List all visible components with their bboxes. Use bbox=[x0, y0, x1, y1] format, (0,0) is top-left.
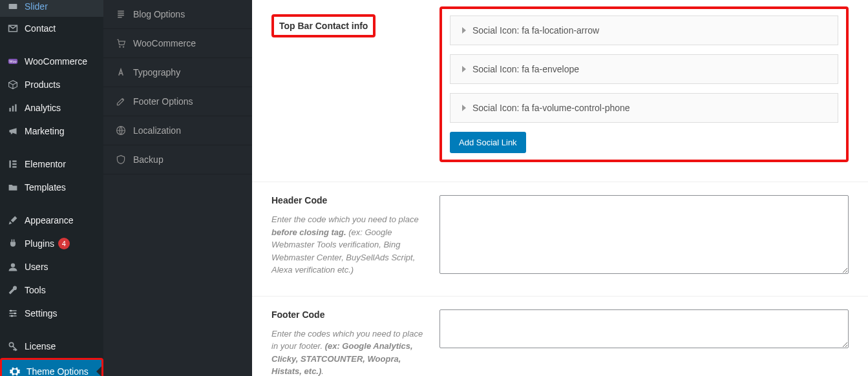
sidebar-item-elementor[interactable]: Elementor bbox=[0, 152, 103, 176]
woocommerce-icon: Woo bbox=[6, 55, 19, 68]
envelope-icon bbox=[6, 22, 19, 35]
wrench-icon bbox=[6, 284, 19, 297]
svg-rect-7 bbox=[12, 160, 16, 162]
svg-rect-5 bbox=[15, 104, 16, 111]
slider-icon bbox=[6, 0, 19, 13]
chevron-right-icon bbox=[462, 66, 466, 72]
social-item-phone[interactable]: Social Icon: fa fa-volume-control-phone bbox=[450, 93, 838, 123]
secondary-item-label: WooCommerce bbox=[133, 38, 196, 48]
sidebar-item-label: Appearance bbox=[25, 215, 74, 225]
add-social-link-button[interactable]: Add Social Link bbox=[450, 132, 526, 153]
footer-code-textarea[interactable] bbox=[439, 309, 849, 348]
secondary-item-label: Localization bbox=[133, 125, 181, 136]
svg-text:Woo: Woo bbox=[9, 59, 16, 63]
edit-icon bbox=[115, 96, 127, 107]
svg-point-10 bbox=[11, 263, 15, 267]
megaphone-icon bbox=[6, 125, 19, 138]
social-item-label: Social Icon: fa fa-location-arrow bbox=[472, 25, 599, 36]
svg-point-11 bbox=[10, 309, 12, 311]
sidebar-item-products[interactable]: Products bbox=[0, 73, 103, 96]
sidebar-item-analytics[interactable]: Analytics bbox=[0, 96, 103, 120]
sidebar-item-label: License bbox=[25, 341, 56, 351]
svg-point-16 bbox=[119, 46, 120, 47]
sidebar-item-contact[interactable]: Contact bbox=[0, 17, 103, 40]
secondary-item-label: Footer Options bbox=[133, 96, 193, 107]
footer-code-desc: Enter the codes which you need to place … bbox=[271, 328, 427, 377]
sidebar-item-label: Plugins bbox=[25, 238, 54, 249]
sidebar-item-label: WooCommerce bbox=[25, 56, 87, 67]
footer-code-title: Footer Code bbox=[271, 309, 427, 320]
sidebar-item-label: Analytics bbox=[25, 103, 61, 113]
sidebar-item-label: Products bbox=[25, 79, 60, 90]
sidebar-item-settings[interactable]: Settings bbox=[0, 302, 103, 325]
svg-rect-6 bbox=[9, 160, 10, 167]
svg-point-13 bbox=[11, 315, 13, 317]
active-arrow-icon bbox=[91, 366, 101, 376]
sidebar-item-marketing[interactable]: Marketing bbox=[0, 120, 103, 143]
svg-point-12 bbox=[14, 312, 16, 314]
svg-rect-4 bbox=[12, 106, 14, 112]
sidebar-item-label: Settings bbox=[25, 308, 58, 319]
secondary-item-localization[interactable]: Localization bbox=[103, 116, 252, 145]
wp-admin-sidebar: Slider Contact Woo WooCommerce Products … bbox=[0, 0, 103, 376]
list-icon bbox=[115, 9, 127, 19]
chevron-right-icon bbox=[462, 105, 466, 111]
svg-rect-3 bbox=[9, 108, 10, 112]
sidebar-item-label: Tools bbox=[25, 285, 46, 295]
sidebar-item-users[interactable]: Users bbox=[0, 255, 103, 278]
secondary-item-blog-options[interactable]: Blog Options bbox=[103, 0, 252, 29]
header-code-title: Header Code bbox=[271, 195, 427, 205]
sidebar-item-plugins[interactable]: Plugins 4 bbox=[0, 232, 103, 255]
sidebar-item-tools[interactable]: Tools bbox=[0, 278, 103, 302]
social-item-label: Social Icon: fa fa-envelope bbox=[472, 64, 579, 74]
social-item-location[interactable]: Social Icon: fa fa-location-arrow bbox=[450, 16, 838, 45]
secondary-item-footer-options[interactable]: Footer Options bbox=[103, 87, 252, 116]
plugins-update-badge: 4 bbox=[58, 238, 70, 249]
sidebar-item-slider[interactable]: Slider bbox=[0, 0, 103, 17]
topbar-contact-label: Top Bar Contact info bbox=[271, 14, 376, 37]
sidebar-item-theme-options[interactable]: Theme Options bbox=[0, 358, 103, 376]
secondary-item-label: Backup bbox=[133, 154, 164, 165]
key-icon bbox=[6, 340, 19, 353]
user-icon bbox=[6, 260, 19, 273]
social-item-label: Social Icon: fa fa-volume-control-phone bbox=[472, 103, 630, 113]
sidebar-item-license[interactable]: License bbox=[0, 335, 103, 358]
secondary-item-label: Typography bbox=[133, 67, 180, 78]
social-links-panel: Social Icon: fa fa-location-arrow Social… bbox=[439, 6, 849, 162]
svg-point-14 bbox=[9, 342, 13, 346]
sidebar-item-label: Elementor bbox=[25, 159, 66, 169]
theme-options-sidebar: Blog Options WooCommerce Typography Foot… bbox=[103, 0, 252, 376]
sidebar-item-label: Templates bbox=[25, 182, 66, 193]
sidebar-item-templates[interactable]: Templates bbox=[0, 176, 103, 199]
social-item-envelope[interactable]: Social Icon: fa fa-envelope bbox=[450, 54, 838, 84]
chevron-right-icon bbox=[462, 27, 466, 34]
sidebar-item-label: Marketing bbox=[25, 126, 64, 136]
sidebar-item-label: Users bbox=[25, 262, 48, 272]
plug-icon bbox=[6, 237, 19, 250]
box-icon bbox=[6, 78, 19, 91]
svg-rect-8 bbox=[12, 163, 16, 165]
secondary-item-typography[interactable]: Typography bbox=[103, 58, 252, 87]
sliders-icon bbox=[6, 307, 19, 320]
svg-rect-9 bbox=[12, 166, 16, 167]
header-code-desc: Enter the code which you need to place b… bbox=[271, 213, 427, 277]
secondary-item-label: Blog Options bbox=[133, 9, 185, 19]
sidebar-item-label: Theme Options bbox=[26, 366, 89, 376]
secondary-item-woocommerce[interactable]: WooCommerce bbox=[103, 29, 252, 58]
secondary-item-backup[interactable]: Backup bbox=[103, 145, 252, 174]
bar-chart-icon bbox=[6, 101, 19, 114]
sidebar-item-label: Contact bbox=[25, 23, 56, 34]
header-code-textarea[interactable] bbox=[439, 195, 849, 274]
main-content: Top Bar Contact info Social Icon: fa fa-… bbox=[252, 0, 868, 376]
globe-icon bbox=[115, 125, 127, 136]
sidebar-item-appearance[interactable]: Appearance bbox=[0, 209, 103, 232]
folder-icon bbox=[6, 181, 19, 194]
elementor-icon bbox=[6, 158, 19, 171]
svg-point-17 bbox=[123, 46, 124, 47]
brush-icon bbox=[6, 214, 19, 227]
sidebar-item-label: Slider bbox=[25, 1, 48, 12]
gear-icon bbox=[8, 365, 21, 376]
cart-icon bbox=[115, 38, 127, 48]
shield-icon bbox=[115, 154, 127, 165]
sidebar-item-woocommerce[interactable]: Woo WooCommerce bbox=[0, 50, 103, 73]
